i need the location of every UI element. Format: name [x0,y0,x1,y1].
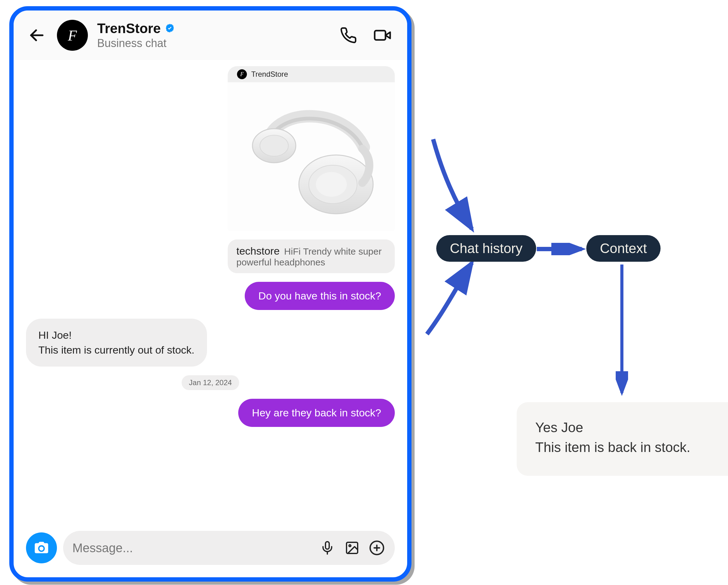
message-input[interactable] [72,541,311,555]
svg-rect-8 [326,542,329,549]
message-out-1: Do you have this in stock? [245,282,395,310]
message-out-2: Hey are they back in stock? [238,399,395,427]
avatar-glyph: F [68,27,77,44]
product-image [228,82,395,231]
message-out-1-row: Do you have this in stock? [26,282,395,310]
product-attachment[interactable]: F TrendStore [228,66,395,231]
chat-header: F TrenStore Business chat [14,10,407,60]
arrow-to-chat-history-bottom [418,247,517,346]
svg-point-11 [349,545,351,547]
phone-icon [340,27,357,44]
voice-record-button[interactable] [319,539,336,557]
node-chat-history: Chat history [436,235,536,262]
attachment-row: F TrendStore [26,66,395,231]
composer [26,531,395,565]
attachment-brand: TrendStore [251,70,288,79]
message-in-1-line2: This item is currently out of stock. [38,343,194,357]
generated-reply-line1: Yes Joe [535,418,724,437]
attachment-caption: techstore HiFi Trendy white super powerf… [228,239,395,273]
store-avatar[interactable]: F [57,20,88,51]
header-title-block: TrenStore Business chat [97,21,176,50]
svg-rect-1 [375,31,386,40]
generated-reply-line2: This item is back in stock. [535,437,724,457]
headphones-icon [240,95,383,218]
attachment-avatar: F [237,69,247,79]
voice-call-button[interactable] [336,23,361,48]
svg-point-7 [316,172,347,197]
image-icon [345,540,360,555]
date-separator: Jan 12, 2024 [182,375,239,390]
message-in-1-line1: HI Joe! [38,328,194,343]
camera-button[interactable] [26,532,57,563]
back-button[interactable] [26,24,48,46]
gallery-button[interactable] [343,539,361,557]
svg-point-4 [260,135,288,156]
microphone-icon [320,540,335,555]
flow-diagram: Chat history Context Yes Joe This item i… [418,130,715,476]
chat-title: TrenStore [97,21,161,36]
message-list: F TrendStore [14,60,407,515]
compose-field [63,531,395,565]
attachment-caption-row: techstore HiFi Trendy white super powerf… [26,239,395,273]
arrow-context-to-reply [616,263,628,399]
message-out-2-row: Hey are they back in stock? [26,399,395,427]
plus-circle-icon [369,540,385,556]
arrow-left-icon [28,27,46,44]
date-row: Jan 12, 2024 [26,375,395,390]
caption-shop-handle: techstore [236,245,280,257]
attachment-header: F TrendStore [228,66,395,82]
generated-reply: Yes Joe This item is back in stock. [517,402,728,476]
video-icon [373,26,392,45]
message-in-1: HI Joe! This item is currently out of st… [26,319,207,367]
arrow-history-to-context [535,243,588,255]
verified-badge-icon [164,23,176,34]
video-call-button[interactable] [370,23,395,48]
chat-subtitle: Business chat [97,37,176,50]
camera-icon [33,540,50,556]
message-in-1-row: HI Joe! This item is currently out of st… [26,319,395,367]
add-button[interactable] [368,539,386,557]
node-context: Context [586,235,660,262]
chat-window: F TrenStore Business chat F TrendS [9,6,412,582]
